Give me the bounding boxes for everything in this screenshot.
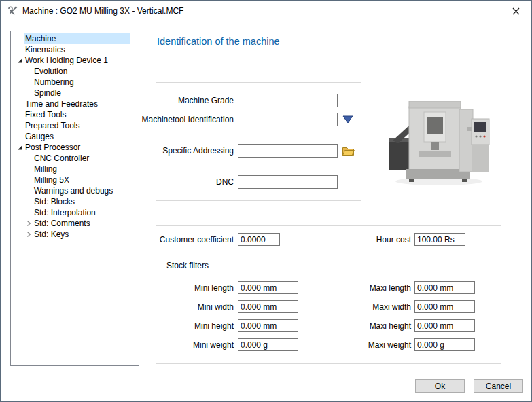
tree-item[interactable]: Evolution <box>11 66 139 77</box>
tree-expander-icon[interactable] <box>24 176 33 185</box>
stock-mini-input[interactable] <box>238 319 298 332</box>
tree-expander-icon[interactable] <box>24 198 33 206</box>
tree-expander-icon[interactable] <box>24 187 33 196</box>
tree-item[interactable]: Warnings and debugs <box>11 185 139 196</box>
tree-item[interactable]: Post Processor <box>11 142 139 153</box>
tree-item-label: Milling 5X <box>33 175 130 185</box>
stock-maxi-input[interactable] <box>414 281 475 294</box>
identification-groupbox: Machine Grade Machinetool Identification… <box>156 82 361 201</box>
stock-mini-input[interactable] <box>238 338 298 351</box>
tree-item[interactable]: Prepared Tools <box>11 120 139 131</box>
tree-expander-icon[interactable] <box>15 111 24 120</box>
tree-item[interactable]: Time and Feedrates <box>11 98 139 109</box>
machine-tree: Machine Kinematics Work Holding Device <box>10 31 139 366</box>
tree-expander-icon[interactable] <box>24 230 33 239</box>
tree-item-label: CNC Controller <box>33 153 130 164</box>
specific-addressing-label: Specific Addressing <box>162 146 234 156</box>
stock-mini-label: Mini weight <box>193 340 234 350</box>
tree-item-label: Spindle <box>33 88 130 98</box>
machine-dialog-window: Machine : GO2 MU Milling 3X - Vertical.M… <box>0 0 532 402</box>
close-button[interactable] <box>501 1 531 21</box>
tree-item[interactable]: Work Holding Device 1 <box>11 55 139 66</box>
machine-grade-input[interactable] <box>238 94 338 107</box>
stock-mini-input[interactable] <box>238 281 298 294</box>
tree-item[interactable]: CNC Controller <box>11 153 139 164</box>
tree-expander-icon[interactable] <box>24 208 33 217</box>
tree-expander-icon[interactable] <box>15 122 24 130</box>
tree-item-label: Machine <box>24 33 130 44</box>
tree-item-label: Prepared Tools <box>24 120 130 131</box>
stock-mini-label: Mini length <box>194 283 234 293</box>
tree-item[interactable]: Std: Keys <box>11 229 139 240</box>
tree-item[interactable]: Std: Interpolation <box>11 207 139 218</box>
machinetool-identification-dropdown-button[interactable] <box>341 113 355 126</box>
tree-item[interactable]: Milling 5X <box>11 175 139 185</box>
tree-item-label: Std: Blocks <box>33 196 130 207</box>
specific-addressing-input[interactable] <box>238 144 338 158</box>
tree-expander-icon[interactable] <box>24 154 33 163</box>
tree-expander-icon[interactable] <box>24 78 33 87</box>
machinetool-identification-label: Machinetool Identification <box>142 115 234 124</box>
ok-button[interactable]: Ok <box>415 379 465 393</box>
costs-groupbox: Customer coefficient Hour cost <box>156 225 501 253</box>
tree-item[interactable]: Std: Comments <box>11 218 139 229</box>
stock-filter-row: Mini weight Maxi weight <box>156 338 501 352</box>
tools-icon <box>7 5 18 16</box>
stock-maxi-input[interactable] <box>414 300 475 313</box>
tree-expander-icon[interactable] <box>15 100 24 109</box>
hour-cost-input[interactable] <box>414 233 465 246</box>
tree-expander-icon[interactable] <box>24 89 33 98</box>
tree-item-label: Numbering <box>33 77 130 88</box>
tree-expander-icon[interactable] <box>15 45 24 54</box>
stock-maxi-label: Maxi width <box>372 302 411 312</box>
folder-open-icon <box>342 145 355 156</box>
machine-grade-row: Machine Grade <box>156 94 361 107</box>
tree-expander-icon[interactable] <box>24 67 33 76</box>
cancel-button[interactable]: Cancel <box>474 379 523 393</box>
stock-mini-label: Mini height <box>194 321 234 331</box>
stock-filter-row: Mini height Maxi height <box>156 319 501 333</box>
hour-cost-label: Hour cost <box>376 235 411 244</box>
tree-item[interactable]: Machine <box>11 33 139 44</box>
window-title: Machine : GO2 MU Milling 3X - Vertical.M… <box>22 6 183 16</box>
stock-mini-label: Mini width <box>198 302 234 312</box>
tree-expander-icon[interactable] <box>24 165 33 174</box>
customer-coefficient-input[interactable] <box>238 233 280 246</box>
stock-maxi-label: Maxi height <box>370 321 411 331</box>
customer-coefficient-label: Customer coefficient <box>160 235 234 244</box>
specific-addressing-row: Specific Addressing <box>156 144 361 158</box>
specific-addressing-browse-button[interactable] <box>341 144 355 158</box>
tree-item[interactable]: Std: Blocks <box>11 196 139 207</box>
tree-item[interactable]: Milling <box>11 164 139 175</box>
tree-expander-icon[interactable] <box>15 35 24 43</box>
stock-maxi-input[interactable] <box>414 319 475 332</box>
dnc-input[interactable] <box>238 175 338 189</box>
tree-item-label: Gauges <box>24 131 130 142</box>
tree-expander-icon[interactable] <box>15 132 24 141</box>
tree-item[interactable]: Spindle <box>11 88 139 98</box>
tree-item[interactable]: Kinematics <box>11 44 139 55</box>
tree-item-label: Kinematics <box>24 44 130 55</box>
tree-expander-icon[interactable] <box>24 219 33 228</box>
triangle-down-icon <box>342 114 354 125</box>
tree-expander-icon[interactable] <box>15 56 24 65</box>
dnc-label: DNC <box>216 177 234 187</box>
stock-filters-title: Stock filters <box>164 261 211 270</box>
tree-item-label: Work Holding Device 1 <box>24 55 130 66</box>
machine-grade-label: Machine Grade <box>178 96 234 105</box>
stock-filter-row: Mini length Maxi length <box>156 281 501 295</box>
close-icon <box>512 7 520 15</box>
machine-photo-image <box>386 82 493 191</box>
page-title: Identification of the machine <box>157 36 280 47</box>
stock-maxi-input[interactable] <box>414 338 475 351</box>
machinetool-identification-input[interactable] <box>238 113 338 126</box>
tree-expander-icon[interactable] <box>15 143 24 152</box>
tree-item[interactable]: Numbering <box>11 77 139 88</box>
tree-item[interactable]: Gauges <box>11 131 139 142</box>
title-bar[interactable]: Machine : GO2 MU Milling 3X - Vertical.M… <box>1 1 531 21</box>
stock-mini-input[interactable] <box>238 300 298 313</box>
tree-item-label: Warnings and debugs <box>33 185 130 196</box>
tree-item[interactable]: Fixed Tools <box>11 109 139 120</box>
stock-filter-row: Mini width Maxi width <box>156 300 501 314</box>
machinetool-identification-row: Machinetool Identification <box>156 113 361 126</box>
